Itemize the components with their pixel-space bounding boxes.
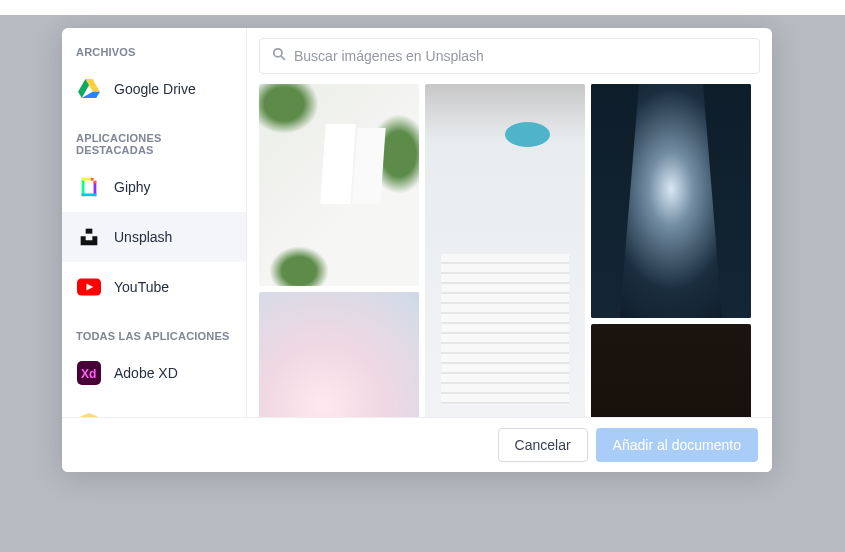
- gallery-thumb[interactable]: [425, 84, 585, 417]
- search-icon: [272, 47, 286, 65]
- sidebar-item-giphy[interactable]: Giphy: [62, 162, 246, 212]
- gallery-thumb[interactable]: [259, 292, 419, 417]
- sidebar-item-label: YouTube: [114, 279, 169, 295]
- gallery-thumb[interactable]: [259, 84, 419, 286]
- sidebar-item-label: Adobe XD: [114, 365, 178, 381]
- svg-line-18: [281, 56, 285, 60]
- unsplash-icon: [76, 224, 102, 250]
- section-archivos: ARCHIVOS: [62, 28, 246, 64]
- sidebar-item-airtable[interactable]: Airtable: [62, 398, 246, 417]
- sidebar-item-youtube[interactable]: YouTube: [62, 262, 246, 312]
- section-destacadas: APLICACIONES DESTACADAS: [62, 114, 246, 162]
- svg-rect-6: [82, 193, 97, 196]
- svg-rect-9: [86, 229, 93, 234]
- svg-point-17: [274, 49, 282, 57]
- giphy-icon: [76, 174, 102, 200]
- google-drive-icon: [76, 76, 102, 102]
- sidebar-item-adobe-xd[interactable]: Xd Adobe XD: [62, 348, 246, 398]
- gallery-thumb[interactable]: [591, 324, 751, 417]
- youtube-icon: [76, 274, 102, 300]
- svg-rect-8: [94, 181, 97, 184]
- image-gallery: [247, 84, 772, 417]
- gallery-thumb[interactable]: [591, 84, 751, 318]
- search-box[interactable]: [259, 38, 760, 74]
- sidebar-item-label: Google Drive: [114, 81, 196, 97]
- svg-rect-7: [91, 178, 94, 181]
- sidebar-item-google-drive[interactable]: Google Drive: [62, 64, 246, 114]
- adobe-xd-icon: Xd: [76, 360, 102, 386]
- search-input[interactable]: [294, 48, 747, 64]
- svg-marker-14: [77, 413, 101, 417]
- sidebar-item-unsplash[interactable]: Unsplash: [62, 212, 246, 262]
- modal-footer: Cancelar Añadir al documento: [62, 417, 772, 472]
- sidebar-item-label: Airtable: [114, 415, 161, 417]
- sidebar-item-label: Giphy: [114, 179, 151, 195]
- cancel-button[interactable]: Cancelar: [498, 428, 588, 462]
- svg-text:Xd: Xd: [81, 367, 96, 381]
- sidebar-item-label: Unsplash: [114, 229, 172, 245]
- sidebar: ARCHIVOS Google Drive APLICACIONES DESTA…: [62, 28, 247, 417]
- section-todas: TODAS LAS APLICACIONES: [62, 312, 246, 348]
- airtable-icon: [76, 410, 102, 417]
- content-panel: [247, 28, 772, 417]
- add-to-document-button[interactable]: Añadir al documento: [596, 428, 758, 462]
- asset-picker-modal: ARCHIVOS Google Drive APLICACIONES DESTA…: [62, 28, 772, 472]
